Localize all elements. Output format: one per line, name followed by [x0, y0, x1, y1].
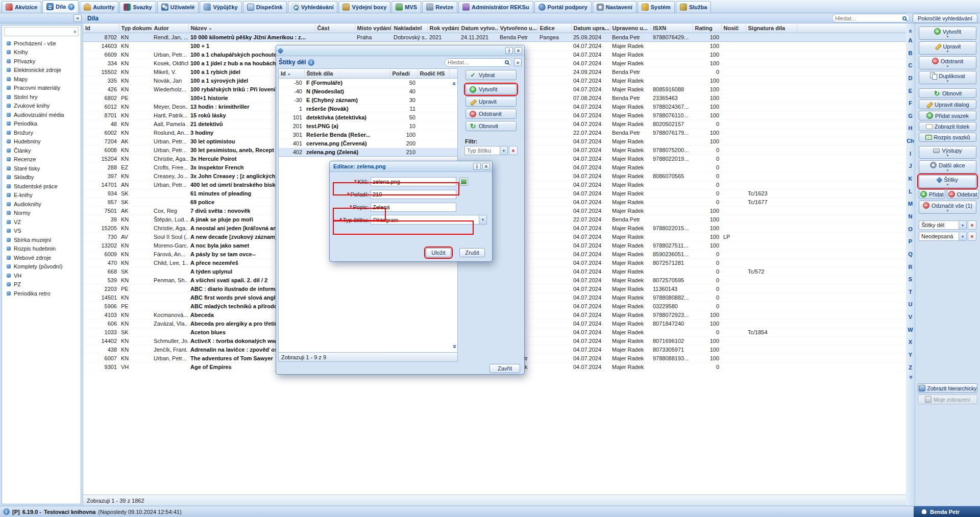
image-add-button[interactable] [459, 178, 468, 186]
restore-label-button[interactable]: ↻Obnovit [465, 121, 517, 131]
column-header[interactable]: Upraveno u... [610, 23, 651, 33]
scroll-to-bottom-icon[interactable]: « [451, 344, 456, 348]
info-icon[interactable]: i [473, 163, 481, 170]
sidebar-item[interactable]: Procházení - vše [2, 39, 81, 48]
clear-label-type-button[interactable]: × [509, 146, 518, 155]
save-button[interactable]: Uložit [426, 248, 451, 257]
sidebar-item[interactable]: Audioknihy [2, 200, 81, 209]
column-header[interactable]: Datum upra... [571, 23, 610, 33]
sidebar-item[interactable]: E-knihy [2, 191, 81, 200]
sidebar-item[interactable]: Normy [2, 209, 81, 218]
sidebar-item[interactable]: Stolní hry [2, 92, 81, 102]
search-icon[interactable] [902, 16, 906, 20]
tab-monitor[interactable]: Dispečink [243, 1, 287, 13]
alphabet-letter[interactable]: U [906, 302, 914, 307]
sidebar-item[interactable]: Přívazky [2, 57, 81, 66]
column-header[interactable]: Část [315, 23, 355, 33]
alphabet-letter[interactable]: V [906, 314, 914, 320]
edit-dialog-button[interactable]: Upravit dialog [919, 100, 976, 109]
table-row[interactable]: -50F (Formuláře)50 [279, 78, 457, 87]
sidebar-item[interactable]: Sbírka muzejní [2, 235, 81, 244]
tab-book[interactable]: Díla? [42, 0, 79, 13]
sidebar-item[interactable]: Pracovní materiály [2, 84, 81, 93]
sidebar-item[interactable]: Komplety (původní) [2, 262, 81, 272]
alphabet-letter[interactable]: M [906, 201, 914, 207]
alphabet-letter[interactable]: Y [906, 352, 914, 358]
sidebar-item[interactable]: PZ [2, 280, 81, 289]
alphabet-letter[interactable]: T [906, 289, 914, 295]
sidebar-item[interactable]: Brožury [2, 128, 81, 137]
alphabet-letter[interactable]: B [906, 51, 914, 56]
alphabet-letter[interactable]: Q [906, 252, 914, 257]
table-row[interactable]: 8702KNRendl, Jan, ...10 000 kilometrů pě… [83, 33, 906, 41]
column-header[interactable]: Autor [152, 23, 188, 33]
sidebar-item[interactable]: Články [2, 146, 81, 155]
scroll-to-top-icon[interactable]: « [908, 29, 913, 33]
column-header[interactable]: Nosič [721, 23, 746, 33]
create-button[interactable]: +Vytvořit ▾ [919, 27, 976, 40]
tab-admin[interactable]: Administrátor REKSu [458, 1, 533, 13]
sidebar-item[interactable]: Webové zdroje [2, 253, 81, 262]
tab-support[interactable]: Portál podpory [534, 1, 592, 13]
column-header[interactable]: Místo vydání [355, 23, 391, 33]
alphabet-letter[interactable]: N [906, 214, 914, 219]
cancel-button[interactable]: Zrušit [459, 248, 485, 257]
edit-dialog-titlebar[interactable]: Editace: zelena.png i × [330, 161, 492, 172]
alphabet-letter[interactable]: K [906, 176, 914, 182]
close-icon[interactable]: × [514, 47, 522, 54]
column-header[interactable]: Id▲ [279, 69, 304, 78]
sidebar-item[interactable]: Zvukové knihy [2, 102, 81, 111]
column-header[interactable]: Vytvořeno u... [498, 23, 537, 33]
tab-loans[interactable]: Výpůjčky [200, 1, 241, 13]
labels-filter-select[interactable]: Štítky děl ▼ [919, 220, 967, 230]
table-row[interactable]: -40N (Neodesílat)40 [279, 87, 457, 95]
create-label-button[interactable]: +Vytvořit [465, 84, 517, 94]
alphabet-letter[interactable]: P [906, 239, 914, 244]
expand-icon[interactable]: » [514, 58, 522, 66]
labels-search-input[interactable] [448, 59, 505, 65]
alphabet-letter[interactable]: R [906, 264, 914, 270]
alphabet-letter[interactable]: J [906, 163, 914, 169]
sidebar-item[interactable]: VH [2, 271, 81, 280]
tab-exchange[interactable]: MVS [391, 1, 421, 13]
sidebar-filter-input[interactable] [6, 29, 74, 35]
key-input[interactable] [371, 177, 456, 186]
table-row[interactable]: 1rešerše (Novák)11 [279, 104, 457, 113]
column-header[interactable]: Signatura díla [746, 23, 797, 33]
table-row[interactable]: 402zelena.png (Zelená)210 [279, 147, 457, 156]
tab-service[interactable]: Služba [676, 1, 711, 13]
sidebar-item[interactable]: VS [2, 227, 81, 236]
alphabet-letter[interactable]: D [906, 76, 914, 81]
column-header[interactable]: Nakladatel [391, 23, 427, 33]
delete-button[interactable]: −Odstranit ▾ [919, 56, 976, 69]
labels-button[interactable]: Štítky ▾ [919, 175, 976, 188]
sidebar-item[interactable]: Recenze [2, 155, 81, 164]
tab-revision[interactable]: Revize [422, 1, 457, 13]
table-row[interactable]: 301Rešerše Benda (Rešer...100 [279, 130, 457, 139]
info-icon[interactable]: i [3, 508, 10, 515]
table-row[interactable]: 101detektivka (detektivka)50 [279, 113, 457, 121]
tab-search-tab[interactable]: Vyhledávání [288, 1, 338, 13]
table-row[interactable]: 401cervena.png (Červená)200 [279, 139, 457, 147]
alphabet-letter[interactable]: C [906, 63, 914, 68]
alphabet-letter[interactable]: A [906, 38, 914, 43]
column-header[interactable]: Rodič HS [418, 69, 449, 78]
duplicate-button[interactable]: Duplikovat ▾ [919, 71, 976, 84]
column-header[interactable]: Pořadí [390, 69, 418, 78]
info-icon[interactable]: i [505, 47, 513, 54]
sidebar-item[interactable]: Elektronické zdroje [2, 66, 81, 75]
tab-box[interactable]: Výdejní boxy [338, 1, 390, 13]
add-label-button[interactable]: +Přidat [919, 189, 945, 199]
search-input[interactable] [835, 15, 902, 21]
order-input[interactable] [371, 190, 456, 199]
sidebar-item[interactable]: Mapy [2, 75, 81, 84]
tab-volumes[interactable]: Svazky [119, 1, 156, 13]
table-row[interactable]: 201test.PNG (a)10 [279, 121, 457, 130]
label-type-dropdown[interactable]: Piktogram ▼ [371, 215, 487, 225]
help-icon[interactable]: ? [68, 4, 75, 10]
label-type-select[interactable]: Typ štítku ▼ [464, 146, 508, 155]
advanced-search-button[interactable]: Pokročilé vyhledávání [913, 14, 977, 23]
column-header[interactable]: ISXN [651, 23, 693, 33]
search-icon[interactable] [505, 60, 509, 64]
scroll-to-top-icon[interactable]: « [451, 82, 456, 85]
